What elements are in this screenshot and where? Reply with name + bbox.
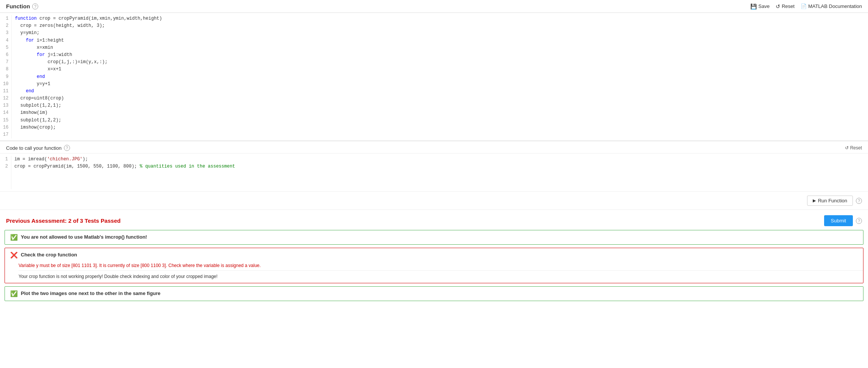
assessment-section: Previous Assessment: 2 of 3 Tests Passed… <box>0 210 868 301</box>
code-line: imshow(im) <box>15 109 862 116</box>
matlab-doc-button[interactable]: 📄 MATLAB Documentation <box>801 3 862 9</box>
code-editor-section: 1234567891011121314151617 function crop … <box>0 13 868 141</box>
submit-area: Submit ? <box>824 215 862 226</box>
call-section-title: Code to call your function ? <box>6 145 70 151</box>
test-hint: Your crop function is not working proper… <box>5 272 863 283</box>
reset-header-button[interactable]: ↺ Reset <box>776 3 795 9</box>
call-section-title-text: Code to call your function <box>6 145 62 151</box>
submit-label: Submit <box>831 218 846 224</box>
test-header: ✅ Plot the two images one next to the ot… <box>5 287 863 301</box>
test-item: ❌ Check the crop function Variable y mus… <box>5 248 863 283</box>
code-line: x=xmin <box>15 44 862 51</box>
code-line: x=x+1 <box>15 66 862 73</box>
test-label: Check the crop function <box>21 252 77 258</box>
assessment-title: Previous Assessment: 2 of 3 Tests Passed <box>6 217 121 224</box>
header-help-icon[interactable]: ? <box>32 3 38 9</box>
call-reset-label: Reset <box>850 145 862 151</box>
call-reset-icon: ↺ <box>845 145 849 151</box>
code-line: subplot(1,2,1); <box>15 102 862 109</box>
code-content[interactable]: function crop = cropPyramid(im,xmin,ymin… <box>15 15 868 138</box>
code-line: for j=1:width <box>15 51 862 59</box>
matlab-doc-label: MATLAB Documentation <box>808 3 862 9</box>
header-actions: 💾 Save ↺ Reset 📄 MATLAB Documentation <box>750 3 862 9</box>
call-reset-button[interactable]: ↺ Reset <box>845 145 862 151</box>
code-line: y=y+1 <box>15 81 862 88</box>
call-help-icon[interactable]: ? <box>64 145 70 151</box>
run-function-button[interactable]: ▶ Run Function <box>807 196 853 206</box>
save-label: Save <box>758 3 770 9</box>
run-help-icon[interactable]: ? <box>856 198 862 204</box>
test-header: ❌ Check the crop function <box>5 248 863 262</box>
matlab-doc-icon: 📄 <box>801 3 807 9</box>
test-list: ✅ You are not allowed to use Matlab's im… <box>0 230 868 301</box>
code-line: crop = cropPyramid(im, 1500, 550, 1100, … <box>14 163 862 170</box>
reset-icon: ↺ <box>776 3 780 9</box>
code-line: subplot(1,2,2); <box>15 117 862 124</box>
save-icon: 💾 <box>750 3 757 9</box>
assessment-header: Previous Assessment: 2 of 3 Tests Passed… <box>0 210 868 230</box>
code-line: crop = zeros(height, width, 3); <box>15 22 862 30</box>
page-title: Function <box>6 3 30 9</box>
play-icon: ▶ <box>813 198 816 203</box>
test-item: ✅ Plot the two images one next to the ot… <box>5 286 863 301</box>
assessment-help-icon[interactable]: ? <box>856 218 862 224</box>
code-line: y=ymin; <box>15 30 862 37</box>
header: Function ? 💾 Save ↺ Reset 📄 MATLAB Docum… <box>0 0 868 13</box>
line-numbers: 1234567891011121314151617 <box>0 15 12 138</box>
save-button[interactable]: 💾 Save <box>750 3 770 9</box>
test-error: Variable y must be of size [801 1101 3].… <box>5 262 863 270</box>
code-area[interactable]: 1234567891011121314151617 function crop … <box>0 13 868 141</box>
run-function-label: Run Function <box>818 198 847 203</box>
run-section: ▶ Run Function ? <box>0 192 868 210</box>
call-code-area[interactable]: 12 im = imread('chichen.JPG');crop = cro… <box>0 154 868 191</box>
test-item: ✅ You are not allowed to use Matlab's im… <box>5 230 863 245</box>
test-header: ✅ You are not allowed to use Matlab's im… <box>5 230 863 244</box>
call-section-header: Code to call your function ? ↺ Reset <box>0 141 868 154</box>
code-line: end <box>15 73 862 81</box>
call-code-content[interactable]: im = imread('chichen.JPG');crop = cropPy… <box>14 156 868 189</box>
code-line: for i=1:height <box>15 37 862 44</box>
test-label: Plot the two images one next to the othe… <box>21 290 160 296</box>
reset-label: Reset <box>782 3 795 9</box>
call-section: Code to call your function ? ↺ Reset 12 … <box>0 141 868 192</box>
code-line: im = imread('chichen.JPG'); <box>14 156 862 163</box>
call-line-numbers: 12 <box>0 156 11 189</box>
test-status-icon: ✅ <box>10 234 18 241</box>
code-line: imshow(crop); <box>15 124 862 131</box>
header-left: Function ? <box>6 3 38 9</box>
code-line: crop(i,j,:)=im(y,x,:); <box>15 59 862 66</box>
test-label: You are not allowed to use Matlab's imcr… <box>21 234 147 240</box>
submit-button[interactable]: Submit <box>824 215 853 226</box>
code-line: end <box>15 88 862 95</box>
code-line: crop=uint8(crop) <box>15 95 862 102</box>
code-line: function crop = cropPyramid(im,xmin,ymin… <box>15 15 862 22</box>
test-status-icon: ❌ <box>10 252 18 258</box>
test-status-icon: ✅ <box>10 291 18 297</box>
